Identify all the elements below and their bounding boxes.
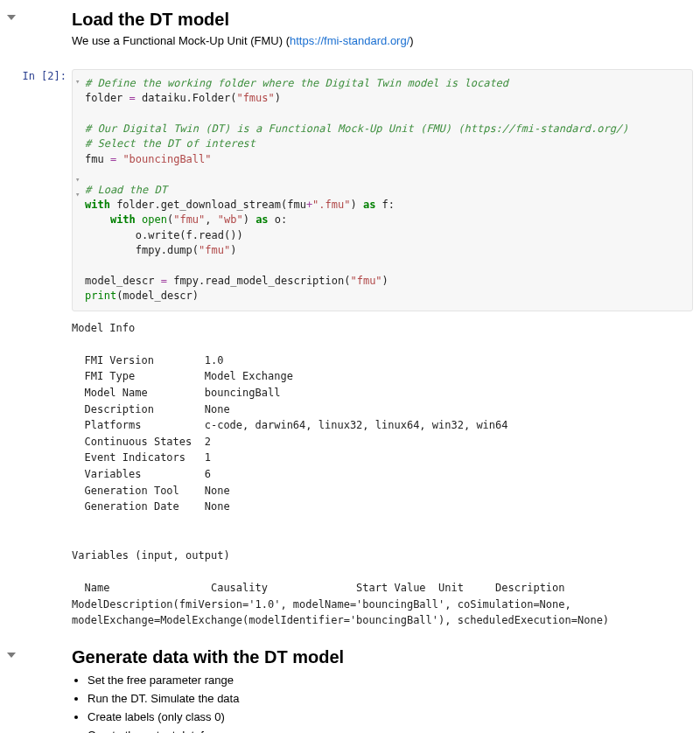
list-item: Set the free parameter range <box>88 673 693 689</box>
collapse-gutter[interactable] <box>0 638 19 663</box>
cell-body: ▾ ▾ ▾ # Define the working folder where … <box>72 62 700 638</box>
chevron-down-icon <box>7 653 16 658</box>
collapse-gutter[interactable] <box>0 0 19 25</box>
fmi-link[interactable]: https://fmi-standard.org/ <box>290 34 410 47</box>
fold-icon[interactable]: ▾ <box>75 173 83 185</box>
prompt-empty <box>19 0 72 7</box>
bullet-list: Set the free parameter range Run the DT.… <box>88 673 693 733</box>
fold-icon[interactable]: ▾ <box>75 75 83 87</box>
code-input-2[interactable]: ▾ ▾ ▾ # Define the working folder where … <box>72 69 693 311</box>
notebook: Load the DT model We use a Functional Mo… <box>0 0 700 733</box>
collapse-gutter[interactable] <box>0 62 19 71</box>
intro-text: We use a Functional Mock-Up Unit (FMU) (… <box>72 33 693 50</box>
code-source[interactable]: # Define the working folder where the Di… <box>73 70 692 311</box>
heading-load-dt: Load the DT model <box>72 9 693 30</box>
list-item: Create labels (only class 0) <box>88 709 693 726</box>
prompt-empty <box>19 638 72 645</box>
list-item: Run the DT. Simulate the data <box>88 691 693 708</box>
code-cell-2: In [2]: ▾ ▾ ▾ # Define the working folde… <box>0 62 700 638</box>
code-output-2: Model Info FMI Version 1.0 FMI Type Mode… <box>72 317 693 629</box>
md-body[interactable]: Load the DT model We use a Functional Mo… <box>72 0 700 62</box>
md-cell-generate: Generate data with the DT model Set the … <box>0 638 700 733</box>
chevron-down-icon <box>7 15 16 20</box>
heading-generate: Generate data with the DT model <box>72 646 693 667</box>
fold-icon[interactable]: ▾ <box>75 188 83 200</box>
prompt-in-2: In [2]: <box>19 62 72 84</box>
list-item: Create the output dataframe <box>88 728 693 733</box>
md-cell-load-dt: Load the DT model We use a Functional Mo… <box>0 0 700 62</box>
md-body[interactable]: Generate data with the DT model Set the … <box>72 638 700 733</box>
